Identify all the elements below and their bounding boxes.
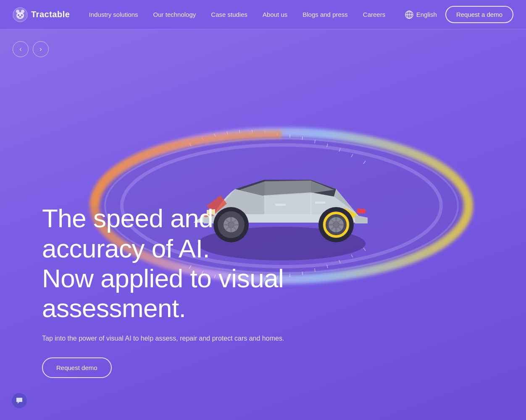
request-demo-nav-button[interactable]: Request a demo (445, 6, 513, 23)
navigation: Tractable Industry solutions Our technol… (0, 0, 526, 29)
chat-bubble-button[interactable] (12, 393, 27, 408)
nav-item-careers[interactable]: Careers (363, 11, 385, 18)
logo-icon (13, 7, 28, 22)
language-label: English (416, 11, 437, 18)
carousel-controls: ‹ › (13, 41, 49, 57)
next-arrow-button[interactable]: › (33, 41, 49, 57)
chat-icon (16, 397, 23, 404)
svg-point-4 (18, 14, 19, 16)
nav-item-industry[interactable]: Industry solutions (89, 11, 138, 18)
svg-line-39 (315, 268, 315, 272)
logo-area: Tractable (13, 7, 70, 22)
svg-line-24 (315, 140, 315, 143)
nav-item-about[interactable]: About us (263, 11, 287, 18)
hero-subtitle: Tap into the power of visual AI to help … (42, 333, 294, 344)
nav-item-case-studies[interactable]: Case studies (211, 11, 247, 18)
nav-item-technology[interactable]: Our technology (153, 11, 196, 18)
nav-links: Industry solutions Our technology Case s… (89, 11, 385, 18)
nav-right: English Request a demo (405, 6, 513, 23)
prev-arrow-button[interactable]: ‹ (13, 41, 29, 57)
logo-text: Tractable (31, 10, 70, 19)
next-arrow-icon: › (39, 45, 42, 53)
prev-arrow-icon: ‹ (19, 45, 21, 53)
hero-cta-button[interactable]: Request demo (42, 357, 112, 378)
svg-point-5 (21, 14, 23, 16)
svg-point-3 (16, 12, 24, 19)
svg-rect-63 (315, 202, 326, 204)
hero-section: ‹ › (0, 29, 526, 420)
nav-item-blogs[interactable]: Blogs and press (302, 11, 348, 18)
hero-title: The speed and accuracy of AI. Now applie… (42, 203, 294, 323)
language-selector[interactable]: English (405, 10, 437, 19)
svg-point-6 (19, 16, 21, 17)
globe-icon (405, 10, 414, 19)
hero-content: The speed and accuracy of AI. Now applie… (42, 203, 294, 378)
